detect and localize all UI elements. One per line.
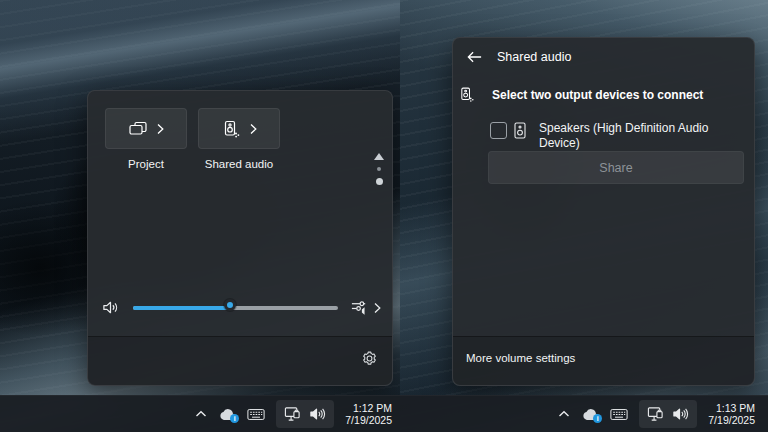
tray-overflow-button[interactable]	[558, 410, 570, 418]
taskbar-right: i	[400, 395, 768, 432]
volume-thumb[interactable]	[224, 299, 236, 311]
network-volume-button[interactable]	[639, 400, 697, 428]
volume-slider[interactable]	[133, 300, 338, 316]
touch-keyboard-button[interactable]	[610, 408, 628, 421]
settings-button[interactable]	[361, 350, 378, 367]
taskbar-clock[interactable]: 1:12 PM 7/19/2025	[345, 402, 392, 427]
time: 1:12 PM	[353, 402, 392, 414]
gear-icon	[361, 350, 378, 367]
info-badge: i	[593, 414, 602, 423]
project-tile-label: Project	[128, 158, 164, 170]
keyboard-icon	[247, 408, 265, 421]
panel-subtitle-row: Select two output devices to connect	[458, 85, 703, 104]
shared-audio-tile-label: Shared audio	[205, 158, 273, 170]
device-row: Speakers (High Definition Audio Device)	[490, 121, 739, 151]
volume-mute-button[interactable]	[101, 299, 120, 316]
tray-overflow-button[interactable]	[195, 410, 207, 418]
chevron-right-icon	[157, 123, 164, 135]
shared-audio-tile[interactable]	[198, 108, 280, 149]
network-display-icon	[647, 406, 664, 422]
chevron-up-icon	[558, 410, 570, 418]
shared-audio-icon	[458, 85, 475, 104]
device-checkbox[interactable]	[490, 122, 507, 139]
speaker-icon	[101, 299, 120, 316]
info-badge: i	[230, 414, 239, 423]
keyboard-icon	[610, 408, 628, 421]
device-name: Speakers (High Definition Audio Device)	[539, 121, 739, 151]
left-screenshot: Project Shared audio	[0, 0, 400, 432]
speaker-device-icon	[514, 122, 526, 139]
scroll-up-icon[interactable]	[374, 153, 384, 160]
time: 1:13 PM	[716, 402, 755, 414]
shared-audio-icon	[221, 119, 241, 139]
quick-settings-tiles: Project Shared audio	[105, 108, 280, 170]
volume-row	[101, 291, 381, 324]
panel-header: Shared audio	[466, 50, 571, 64]
onedrive-tray-button[interactable]: i	[581, 408, 599, 421]
shared-audio-panel: Shared audio Select two output devices t…	[452, 37, 755, 386]
share-button[interactable]: Share	[488, 151, 744, 184]
page-dot-1[interactable]	[377, 167, 381, 171]
volume-fill	[133, 306, 231, 310]
chevron-right-icon	[374, 302, 381, 314]
network-display-icon	[284, 406, 301, 422]
chevron-right-icon	[250, 123, 257, 135]
audio-mixer-icon	[350, 299, 369, 317]
touch-keyboard-button[interactable]	[247, 408, 265, 421]
network-volume-button[interactable]	[276, 400, 334, 428]
more-volume-settings-link[interactable]: More volume settings	[466, 352, 575, 364]
project-icon	[128, 119, 148, 139]
chevron-up-icon	[195, 410, 207, 418]
audio-output-selector[interactable]	[350, 299, 381, 317]
onedrive-tray-button[interactable]: i	[218, 408, 236, 421]
volume-tray-icon	[672, 407, 689, 421]
quick-settings-footer	[88, 336, 392, 385]
page-dot-2[interactable]	[376, 178, 383, 185]
right-screenshot: Shared audio Select two output devices t…	[400, 0, 768, 432]
quick-settings-panel: Project Shared audio	[87, 90, 393, 386]
date: 7/19/2025	[345, 414, 392, 426]
shared-audio-footer: More volume settings	[453, 336, 754, 385]
quick-settings-pagination	[372, 153, 386, 185]
volume-tray-icon	[309, 407, 326, 421]
project-tile[interactable]	[105, 108, 187, 149]
back-button[interactable]	[466, 50, 483, 64]
taskbar-left: i	[0, 395, 400, 432]
back-arrow-icon	[466, 50, 483, 64]
system-tray: i	[558, 396, 755, 432]
panel-subtitle: Select two output devices to connect	[492, 85, 703, 102]
system-tray: i	[195, 396, 392, 432]
panel-title: Shared audio	[497, 50, 571, 64]
date: 7/19/2025	[708, 414, 755, 426]
taskbar-clock[interactable]: 1:13 PM 7/19/2025	[708, 402, 755, 427]
